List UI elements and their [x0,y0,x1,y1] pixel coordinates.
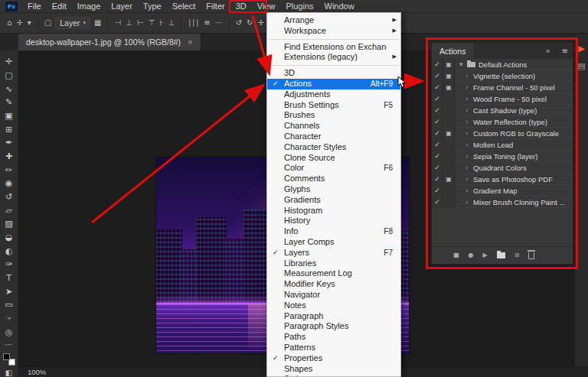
window-menu-item[interactable]: ✓ Comments ▶ [267,174,400,184]
window-menu-item[interactable]: ✓ Paths ▶ [267,332,400,343]
window-menu-item[interactable]: ✓ Paragraph ▶ [267,311,400,322]
quick-selection-tool[interactable]: ✎ [0,96,18,109]
show-transform-controls-checkbox[interactable]: ▦ [92,19,103,27]
menubar-3d[interactable]: 3D [230,0,252,13]
align-right-icon[interactable]: ⊢ [135,19,146,27]
new-action-button[interactable]: ⊞ [514,252,520,258]
rectangle-tool[interactable]: ▭ [0,298,18,312]
dialog-toggle[interactable]: ▣ [443,116,455,128]
3d-rotate-icon[interactable]: ↺ [234,19,244,27]
rectangular-marquee-tool[interactable]: ▢ [0,69,18,83]
expand-arrow-icon[interactable]: › [466,164,471,171]
window-menu-item[interactable]: ✓ Layers F7 ▶ [267,248,400,258]
window-menu-item[interactable]: ✓ Brush Settings F5 ▶ [267,100,400,111]
close-tab-icon[interactable]: × [188,37,192,47]
auto-select-dropdown[interactable]: Layer ▾ [55,17,90,29]
zoom-level[interactable]: 100% [28,368,46,376]
include-checkbox[interactable]: ✓ [432,162,443,174]
align-options-ellipsis-icon[interactable]: ⋯ [213,19,225,27]
action-row[interactable]: ✓ ▣ › Molten Lead [432,139,573,151]
auto-select-checkbox[interactable]: ▢ [42,19,54,27]
actions-panel-tab[interactable]: Actions [432,43,473,59]
dock-panel-orange-icon[interactable]: ▶ [578,44,584,53]
action-row[interactable]: ✓ ▣ ▾ Default Actions [432,59,573,70]
menubar-window[interactable]: Window [319,0,360,13]
window-menu-item[interactable]: ✓ Gradients ▶ [267,195,400,206]
include-checkbox[interactable]: ✓ [432,59,443,70]
edit-toolbar-icon[interactable]: ⋯ [5,340,13,349]
expand-arrow-icon[interactable]: › [466,95,471,102]
spot-healing-brush-tool[interactable]: ✚ [0,150,18,164]
dialog-toggle[interactable]: ▣ [443,185,455,197]
align-top-icon[interactable]: ⊤ [146,19,158,27]
window-menu-item[interactable]: ✓ Libraries ▶ [267,258,400,269]
align-left-icon[interactable]: ⊣ [112,19,123,27]
align-center-horizontal-icon[interactable]: ⊥ [123,19,135,27]
window-menu-item[interactable]: ✓ Shapes ▶ [267,364,400,375]
action-row[interactable]: ✓ ▣ › Mixer Brush Cloning Paint ... [432,197,573,208]
dialog-toggle[interactable]: ▣ [443,174,455,185]
include-checkbox[interactable]: ✓ [432,139,443,151]
dialog-toggle[interactable]: ▣ [443,59,455,70]
crop-tool[interactable]: ▣ [0,109,18,123]
dodge-tool[interactable]: ◐ [0,244,18,258]
window-menu-item[interactable]: ✓ Find Extensions on Exchange (legacy)..… [267,42,400,53]
action-row[interactable]: ✓ ▣ › Gradient Map [432,185,573,197]
action-row[interactable]: ✓ ▣ › Water Reflection (type) [432,116,573,128]
quick-mask-icon[interactable]: ◧ [5,369,12,377]
include-checkbox[interactable]: ✓ [432,174,443,185]
include-checkbox[interactable]: ✓ [432,128,443,139]
dialog-toggle[interactable]: ▣ [443,197,455,208]
action-row[interactable]: ✓ ▣ › Quadrant Colors [432,162,573,174]
window-menu-item[interactable]: ✓ Patterns ▶ [267,343,400,353]
window-menu-item[interactable]: ✓ Layer Comps ▶ [267,237,400,248]
window-menu-item[interactable]: ✓ History ▶ [267,216,400,226]
dialog-toggle[interactable]: ▣ [443,139,455,151]
window-menu-item[interactable]: ✓ 3D ▶ [267,68,400,79]
window-menu-item[interactable]: ✓ Info F8 ▶ [267,226,400,237]
move-tool[interactable]: ✛ [0,55,18,69]
new-set-button[interactable] [497,252,505,258]
window-menu-item[interactable]: ✓ Styles ▶ [267,374,400,377]
action-row[interactable]: ✓ ▣ › Cast Shadow (type) [432,105,573,116]
action-row[interactable]: ✓ ▣ › Save as Photoshop PDF [432,174,573,185]
action-row[interactable]: ✓ ▣ › Frame Channel - 50 pixel [432,82,573,93]
dialog-toggle[interactable]: ▣ [443,128,455,139]
dialog-toggle[interactable]: ▣ [443,162,455,174]
window-menu-item[interactable]: ✓ Navigator ▶ [267,290,400,301]
expand-arrow-icon[interactable]: › [466,129,471,137]
pen-tool[interactable]: ✑ [0,258,18,271]
gradient-tool[interactable]: ▨ [0,217,18,231]
window-menu-item[interactable]: ✓ Color F6 ▶ [267,163,400,174]
move-tool-icon[interactable]: ✛ [14,19,24,27]
home-icon[interactable]: ⌂ [5,19,14,27]
include-checkbox[interactable]: ✓ [432,70,443,82]
eyedropper-tool[interactable]: ✒ [0,136,18,150]
begin-recording-button[interactable]: ● [469,252,474,258]
distribute-vertical-icon[interactable]: ≡ [201,19,212,27]
expand-arrow-icon[interactable]: › [466,187,471,194]
window-menu-item[interactable]: ✓ Extensions (legacy) ▶ [267,52,400,63]
include-checkbox[interactable]: ✓ [432,185,443,197]
dialog-toggle[interactable]: ▣ [443,151,455,162]
window-menu-item[interactable]: ✓ Histogram ▶ [267,206,400,216]
window-menu-item[interactable]: ✓ Properties ▶ [267,353,400,364]
lasso-tool[interactable]: ∿ [0,82,18,96]
panel-menu-icon[interactable]: ≡ [556,47,568,55]
action-row[interactable]: ✓ ▣ › Sepia Toning (layer) [432,151,573,162]
expand-arrow-icon[interactable]: › [466,175,471,183]
expand-arrow-icon[interactable]: › [466,198,471,206]
window-menu-item[interactable]: ✓ Actions Alt+F9 ▶ [267,79,400,89]
dialog-toggle[interactable]: ▣ [443,105,455,116]
dialog-toggle[interactable]: ▣ [443,70,455,82]
stop-playing-button[interactable]: ■ [453,252,459,258]
dialog-toggle[interactable]: ▣ [443,93,455,105]
window-menu-item[interactable]: ✓ Character ▶ [267,132,400,142]
delete-button[interactable] [528,252,534,259]
path-selection-tool[interactable]: ➤ [0,284,18,298]
include-checkbox[interactable]: ✓ [432,151,443,162]
include-checkbox[interactable]: ✓ [432,116,443,128]
history-brush-tool[interactable]: ↺ [0,190,18,204]
eraser-tool[interactable]: ▱ [0,203,18,217]
menubar-filter[interactable]: Filter [201,0,230,13]
